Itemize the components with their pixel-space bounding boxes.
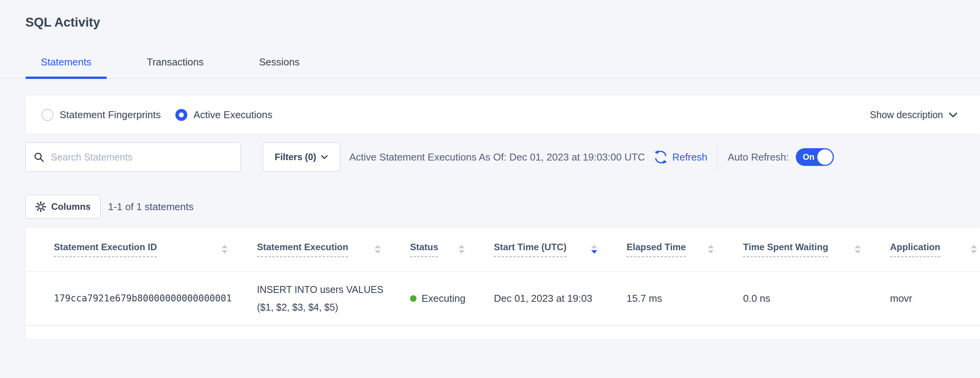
sort-icon[interactable] xyxy=(708,245,714,254)
refresh-label: Refresh xyxy=(672,151,707,163)
refresh-button[interactable]: Refresh xyxy=(653,150,707,164)
statement-text[interactable]: INSERT INTO users VALUES ($1, $2, $3, $4… xyxy=(257,281,399,316)
cell-start-time: Dec 01, 2023 at 19:03 xyxy=(494,271,627,325)
refresh-icon xyxy=(653,150,668,164)
tab-sessions[interactable]: Sessions xyxy=(243,45,315,78)
tab-bar: Statements Transactions Sessions xyxy=(0,45,980,79)
column-label[interactable]: Start Time (UTC) xyxy=(494,242,567,257)
filters-button[interactable]: Filters (0) xyxy=(263,142,340,172)
auto-refresh-toggle[interactable]: On xyxy=(796,148,834,166)
tab-transactions[interactable]: Transactions xyxy=(132,45,219,78)
header-elapsed-time[interactable]: Elapsed Time xyxy=(627,227,743,271)
columns-button[interactable]: Columns xyxy=(25,195,100,219)
show-description-label: Show description xyxy=(870,109,943,120)
cell-statement[interactable]: INSERT INTO users VALUES ($1, $2, $3, $4… xyxy=(257,271,410,325)
header-statement-execution-id[interactable]: Statement Execution ID xyxy=(25,227,257,271)
column-label[interactable]: Statement Execution ID xyxy=(54,242,157,257)
statements-table-card: Statement Execution ID Statement Executi… xyxy=(25,227,980,340)
column-label[interactable]: Application xyxy=(890,242,940,257)
chevron-down-icon xyxy=(948,112,958,118)
search-input[interactable] xyxy=(51,152,233,163)
header-time-spent-waiting[interactable]: Time Spent Waiting xyxy=(743,227,890,271)
sort-icon[interactable] xyxy=(375,245,381,254)
toggle-state-label: On xyxy=(803,152,815,162)
sort-icon[interactable] xyxy=(222,245,228,254)
cell-execution-id: 179cca7921e679b80000000000000001 xyxy=(25,271,257,325)
cell-elapsed-time: 15.7 ms xyxy=(627,271,743,325)
header-application[interactable]: Application xyxy=(890,227,980,271)
view-selector-card: Statement Fingerprints Active Executions… xyxy=(25,95,980,134)
as-of-timestamp: Active Statement Executions As Of: Dec 0… xyxy=(349,151,645,163)
table-header-row: Statement Execution ID Statement Executi… xyxy=(25,227,980,271)
search-icon xyxy=(33,152,45,163)
sort-icon[interactable] xyxy=(971,245,977,254)
results-count: 1-1 of 1 statements xyxy=(108,201,194,213)
column-label[interactable]: Status xyxy=(410,242,438,257)
header-statement-execution[interactable]: Statement Execution xyxy=(257,227,410,271)
tab-statements[interactable]: Statements xyxy=(25,45,107,78)
radio-label: Active Executions xyxy=(193,109,272,121)
chevron-down-icon xyxy=(321,155,328,159)
show-description-toggle[interactable]: Show description xyxy=(870,109,958,120)
filters-label: Filters (0) xyxy=(275,152,316,162)
radio-statement-fingerprints[interactable]: Statement Fingerprints xyxy=(42,109,161,121)
radio-circle-icon[interactable] xyxy=(42,109,53,121)
columns-label: Columns xyxy=(51,201,91,212)
gear-icon xyxy=(35,201,47,212)
table-row[interactable]: 179cca7921e679b80000000000000001 INSERT … xyxy=(25,271,980,325)
radio-circle-icon[interactable] xyxy=(175,109,187,121)
search-box[interactable] xyxy=(25,142,241,172)
column-label[interactable]: Time Spent Waiting xyxy=(743,242,828,257)
header-start-time[interactable]: Start Time (UTC) xyxy=(494,227,627,271)
cell-status: Executing xyxy=(410,271,494,325)
cell-application: movr xyxy=(890,271,980,325)
status-label: Executing xyxy=(422,293,465,304)
cell-time-spent-waiting: 0.0 ns xyxy=(743,271,890,325)
vertical-divider xyxy=(717,143,718,171)
page-title: SQL Activity xyxy=(25,14,980,31)
header-status[interactable]: Status xyxy=(410,227,494,271)
column-label[interactable]: Elapsed Time xyxy=(627,242,686,257)
radio-active-executions[interactable]: Active Executions xyxy=(175,109,272,121)
sort-icon[interactable] xyxy=(591,245,597,254)
statements-table: Statement Execution ID Statement Executi… xyxy=(25,227,980,326)
status-dot-icon xyxy=(410,295,417,302)
radio-label: Statement Fingerprints xyxy=(60,109,161,121)
sort-icon[interactable] xyxy=(458,245,465,254)
table-controls: Columns 1-1 of 1 statements xyxy=(25,195,980,219)
toggle-knob[interactable] xyxy=(817,149,833,165)
toolbar: Filters (0) Active Statement Executions … xyxy=(25,142,980,172)
column-label[interactable]: Statement Execution xyxy=(257,242,348,257)
sort-icon[interactable] xyxy=(855,245,861,254)
auto-refresh-label: Auto Refresh: xyxy=(728,151,789,163)
